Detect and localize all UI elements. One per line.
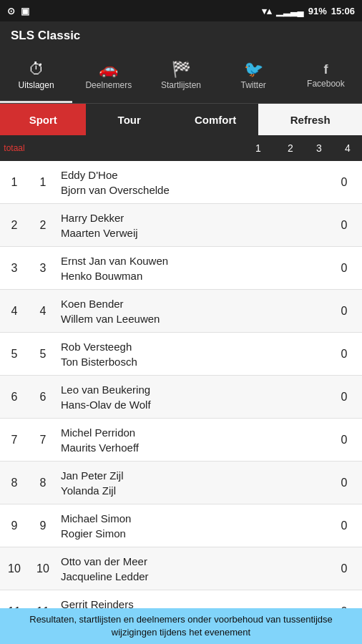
co-driver-name: Henko Bouwman: [61, 268, 323, 283]
row-rank1: 2: [0, 219, 29, 232]
row-rank1: 4: [0, 305, 29, 318]
table-row: 8 8 Jan Peter Zijl Yolanda Zijl 0: [0, 462, 362, 504]
driver-name: Koen Bender: [61, 296, 323, 311]
table-row: 5 5 Rob Versteegh Ton Bisterbosch 0: [0, 333, 362, 376]
footer-bar: Resultaten, startlijsten en deelnemers o…: [0, 608, 362, 644]
driver-name: Jan Peter Zijl: [61, 468, 323, 483]
category-tabs: Sport Tour Comfort Refresh: [0, 104, 362, 135]
tab-startlijsten[interactable]: 🏁 Startlijsten: [145, 50, 217, 103]
row-names: Michael Simon Rogier Simon: [57, 508, 326, 544]
facebook-icon: f: [323, 63, 328, 76]
table-row: 4 4 Koen Bender Willem van Leeuwen 0: [0, 290, 362, 333]
table-row: 10 10 Otto van der Meer Jacqueline Ledde…: [0, 547, 362, 590]
tab-facebook[interactable]: f Facebook: [290, 50, 362, 103]
row-rank2: 5: [29, 348, 57, 361]
driver-name: Michael Simon: [61, 511, 323, 526]
col-2-header: 2: [276, 142, 305, 154]
table-row: 3 3 Ernst Jan van Kouwen Henko Bouwman 0: [0, 247, 362, 290]
col-4-header: 4: [333, 142, 362, 154]
row-rank1: 10: [0, 562, 29, 575]
row-rank1: 8: [0, 477, 29, 489]
car-icon: 🚗: [99, 62, 118, 77]
co-driver-name: Jacqueline Ledder: [61, 569, 323, 584]
row-names: Leo van Beukering Hans-Olav de Wolf: [57, 379, 326, 415]
row-names: Koen Bender Willem van Leeuwen: [57, 293, 326, 329]
wifi-icon: ▾▴: [262, 6, 272, 16]
cat-tour-label: Tour: [118, 114, 141, 126]
alarm-icon: ⊙: [7, 6, 15, 16]
nav-tabs: ⏱ Uitslagen 🚗 Deelnemers 🏁 Startlijsten …: [0, 50, 362, 104]
row-rank2: 6: [29, 391, 57, 404]
co-driver-name: Bjorn van Overschelde: [61, 182, 323, 197]
cat-tab-comfort[interactable]: Comfort: [172, 104, 258, 135]
photo-icon: ▣: [21, 6, 29, 16]
row-score: 0: [326, 262, 362, 275]
col-3-header: 3: [305, 142, 333, 154]
status-bar: ⊙ ▣ ▾▴ ▁▂▃▄ 91% 15:06: [0, 0, 362, 21]
col-total: totaal: [0, 143, 29, 153]
battery-indicator: 91%: [308, 6, 327, 16]
driver-name: Ernst Jan van Kouwen: [61, 253, 323, 268]
row-names: Eddy D'Hoe Bjorn van Overschelde: [57, 165, 326, 200]
status-bar-left: ⊙ ▣: [7, 6, 29, 16]
row-rank2: 1: [29, 176, 57, 189]
twitter-icon: 🐦: [244, 62, 263, 77]
status-bar-right: ▾▴ ▁▂▃▄ 91% 15:06: [262, 6, 356, 16]
row-names: Jan Peter Zijl Yolanda Zijl: [57, 465, 326, 501]
co-driver-name: Maarten Verweij: [61, 225, 323, 240]
clock: 15:06: [331, 6, 355, 16]
tab-uitslagen-label: Uitslagen: [19, 80, 54, 90]
driver-name: Michel Perridon: [61, 425, 323, 440]
results-table: 1 1 Eddy D'Hoe Bjorn van Overschelde 0 2…: [0, 161, 362, 608]
tab-uitslagen[interactable]: ⏱ Uitslagen: [0, 50, 72, 103]
co-driver-name: Ton Bisterbosch: [61, 354, 323, 369]
row-score: 0: [326, 519, 362, 532]
table-row: 7 7 Michel Perridon Maurits Verhoeff 0: [0, 419, 362, 462]
row-score: 0: [326, 562, 362, 575]
row-score: 0: [326, 477, 362, 489]
row-names: Ernst Jan van Kouwen Henko Bouwman: [57, 250, 326, 286]
cat-refresh-label: Refresh: [290, 114, 331, 126]
driver-name: Rob Versteegh: [61, 339, 323, 354]
row-names: Rob Versteegh Ton Bisterbosch: [57, 336, 326, 372]
row-names: Harry Dekker Maarten Verweij: [57, 208, 326, 243]
column-headers: totaal 1 2 3 4: [0, 135, 362, 161]
driver-name: Leo van Beukering: [61, 382, 323, 397]
tab-deelnemers-label: Deelnemers: [85, 80, 132, 90]
tab-facebook-label: Facebook: [307, 79, 345, 89]
cat-tab-refresh[interactable]: Refresh: [258, 104, 362, 135]
table-row: 2 2 Harry Dekker Maarten Verweij 0: [0, 204, 362, 247]
row-score: 0: [326, 176, 362, 189]
tab-deelnemers[interactable]: 🚗 Deelnemers: [72, 50, 145, 103]
cat-tab-sport[interactable]: Sport: [0, 104, 86, 135]
row-rank2: 7: [29, 434, 57, 447]
tab-startlijsten-label: Startlijsten: [161, 80, 201, 90]
row-names: Otto van der Meer Jacqueline Ledder: [57, 551, 326, 587]
row-rank2: 10: [29, 562, 57, 575]
row-rank2: 8: [29, 477, 57, 489]
row-rank1: 1: [0, 176, 29, 189]
co-driver-name: Hans-Olav de Wolf: [61, 397, 323, 412]
co-driver-name: Maurits Verhoeff: [61, 440, 323, 455]
cat-tab-tour[interactable]: Tour: [86, 104, 172, 135]
row-rank1: 9: [0, 519, 29, 532]
row-names: Gerrit Reinders ...: [57, 594, 326, 609]
table-row: 9 9 Michael Simon Rogier Simon 0: [0, 504, 362, 547]
row-rank1: 3: [0, 262, 29, 275]
co-driver-name: Willem van Leeuwen: [61, 311, 323, 326]
driver-name: Harry Dekker: [61, 210, 323, 225]
row-score: 0: [326, 219, 362, 232]
cat-sport-label: Sport: [29, 114, 57, 126]
co-driver-name: Rogier Simon: [61, 526, 323, 541]
co-driver-name: Yolanda Zijl: [61, 483, 323, 498]
row-rank2: 3: [29, 262, 57, 275]
app-title: SLS Classic: [11, 29, 80, 43]
row-score: 0: [326, 305, 362, 318]
clock-icon: ⏱: [29, 62, 44, 77]
driver-name: Gerrit Reinders: [61, 597, 323, 609]
row-rank2: 9: [29, 519, 57, 532]
row-score: 0: [326, 434, 362, 447]
tab-twitter[interactable]: 🐦 Twitter: [217, 50, 290, 103]
row-rank2: 2: [29, 219, 57, 232]
flag-icon: 🏁: [172, 62, 191, 77]
